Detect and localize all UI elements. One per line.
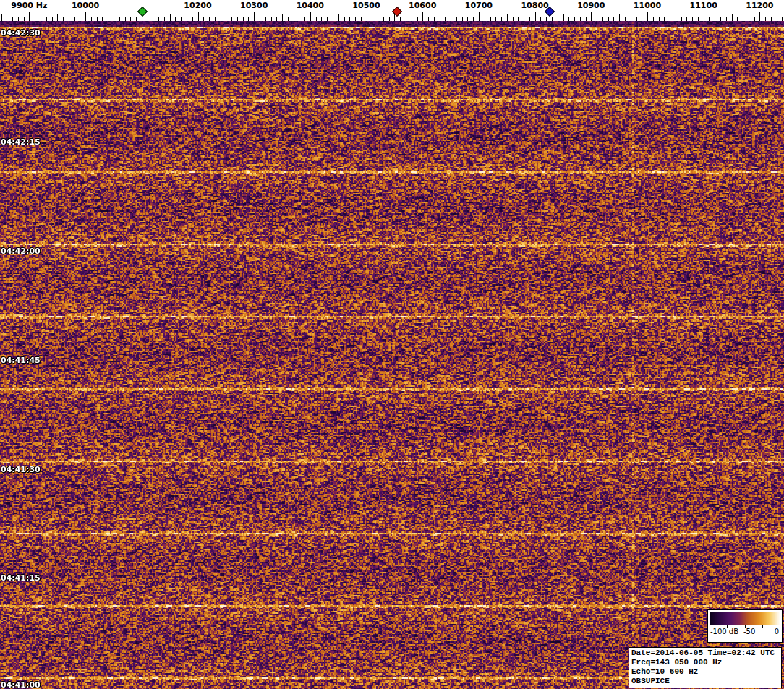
ruler-tick [580,17,581,21]
time-label: 04:41:30 [1,465,41,474]
ruler-tick [597,17,597,21]
ruler-label: 10600 [409,1,436,10]
ruler-tick [114,14,114,21]
ruler-tick [406,17,406,21]
ruler-tick [260,17,260,21]
ruler-tick [372,17,372,21]
ruler-tick [333,17,333,21]
ruler-tick [63,17,64,21]
ruler-tick [422,12,423,21]
ruler-tick [473,17,474,21]
time-label: 04:42:30 [1,28,41,38]
ruler-tick [108,17,108,21]
ruler-label: 11100 [690,1,717,10]
ruler-tick [467,17,468,21]
ruler-label: 10200 [184,1,211,10]
ruler-tick [24,17,25,21]
ruler-tick [299,17,299,21]
ruler-tick [743,17,743,21]
spectrogram-waterfall[interactable] [0,21,784,689]
ruler-tick [361,17,362,21]
ruler-tick [715,17,715,21]
ruler-tick [546,17,547,21]
ruler-tick [490,17,491,21]
info-echo: Echo=10 600 Hz [631,667,779,677]
ruler-tick [327,17,328,21]
ruler-tick [451,14,451,21]
ruler-tick [12,17,13,21]
ruler-tick [704,12,704,21]
ruler-tick [412,17,412,21]
ruler-tick [181,17,182,21]
ruler-tick [602,17,603,21]
ruler-label: 11000 [634,1,661,10]
ruler-tick [69,17,69,21]
legend-labels: -100 dB -50 0 [708,628,782,637]
time-label: 04:41:00 [1,680,41,689]
ruler-tick [276,17,277,21]
frequency-marker-green-icon[interactable] [137,7,148,17]
ruler-tick [158,17,159,21]
ruler-tick [237,17,238,21]
ruler-tick [636,17,637,21]
ruler-tick [136,17,137,21]
ruler-tick [462,17,463,21]
ruler-tick [248,17,249,21]
ruler-tick [726,17,727,21]
ruler-tick [782,17,783,21]
ruler-tick [479,12,480,21]
ruler-tick [568,17,569,21]
time-label: 04:42:00 [1,247,41,256]
ruler-tick [591,12,592,21]
ruler-tick [35,17,35,21]
ruler-tick [383,17,384,21]
ruler-tick [198,12,199,21]
ruler-tick [625,17,626,21]
ruler-tick [164,17,165,21]
ruler-tick [445,17,446,21]
ruler-tick [46,17,47,21]
ruler-tick [57,14,58,21]
ruler-tick [310,12,311,21]
ruler-tick [518,17,519,21]
ruler-tick [355,17,356,21]
ruler-tick [428,17,429,21]
ruler-tick [321,17,322,21]
ruler-tick [367,12,367,21]
ruler-tick [653,17,654,21]
ruler-tick [552,17,553,21]
ruler-tick [777,17,777,21]
frequency-marker-red-icon[interactable] [392,7,402,17]
ruler-tick [563,14,564,21]
ruler-tick [153,17,153,21]
ruler-tick [187,17,187,21]
ruler-tick [732,14,733,21]
ruler-tick [119,17,120,21]
ruler-tick [765,17,766,21]
ruler-tick [102,17,103,21]
ruler-tick [720,17,721,21]
info-date-time: Date=2014-06-05 Time=02:42 UTC [631,649,779,658]
ruler-tick [608,17,609,21]
ruler-tick [754,17,755,21]
frequency-ruler[interactable]: 9900 Hz100001020010300104001050010600107… [0,0,784,21]
ruler-tick [495,17,496,21]
ruler-tick [271,17,272,21]
time-label: 04:41:15 [1,573,41,583]
ruler-tick [41,17,41,21]
ruler-label: 10500 [352,1,380,10]
ruler-tick [613,17,614,21]
ruler-tick [97,17,98,21]
ruler-tick [417,17,418,21]
ruler-tick [485,17,485,21]
ruler-tick [226,14,226,21]
ruler-tick [535,12,536,21]
ruler-tick [282,14,283,21]
ruler-tick [524,17,524,21]
ruler-tick [659,17,660,21]
ruler-tick [125,17,126,21]
ruler-tick [304,17,305,21]
ruler-tick [664,17,665,21]
ruler-tick [456,17,457,21]
legend-min-label: -100 dB [710,628,738,635]
